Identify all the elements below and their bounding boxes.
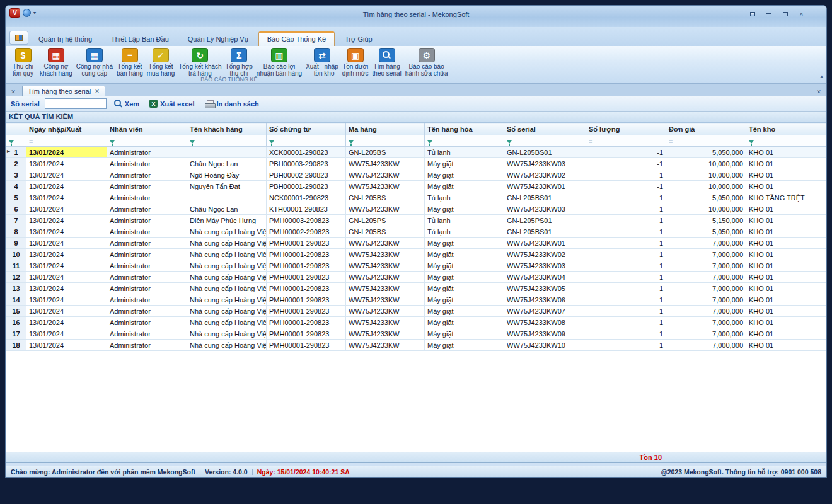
cell-date[interactable]: 13/01/2024 — [26, 249, 107, 260]
cell-qty[interactable]: 1 — [586, 203, 666, 215]
grid-row[interactable]: 713/01/2024AdministratorĐiện Máy Phúc Hư… — [6, 215, 827, 226]
cell-price[interactable]: 7,000,000 — [666, 340, 746, 351]
cell-employee[interactable]: Administrator — [107, 238, 187, 249]
grid-row[interactable]: 1313/01/2024AdministratorNhà cung cấp Ho… — [6, 283, 827, 294]
cell-item_code[interactable]: WW75J4233KW — [346, 317, 425, 328]
cell-rownum[interactable]: 10 — [6, 249, 26, 260]
menu-tab[interactable]: Thiết Lập Ban Đầu — [102, 32, 178, 46]
cell-warehouse[interactable]: KHO 01 — [746, 294, 827, 306]
cell-employee[interactable]: Administrator — [107, 226, 187, 238]
cell-item_name[interactable]: Máy giặt — [425, 340, 504, 351]
cell-price[interactable]: 5,050,000 — [666, 147, 746, 158]
cell-doc_no[interactable]: XCK00001-290823 — [267, 147, 346, 158]
cell-customer[interactable]: Nhà cung cấp Hoàng Việt — [187, 317, 267, 328]
cell-date[interactable]: 13/01/2024 — [26, 238, 107, 249]
filter-cell-item_name[interactable] — [425, 135, 504, 147]
cell-warehouse[interactable]: KHO 01 — [746, 238, 827, 249]
cell-employee[interactable]: Administrator — [107, 272, 187, 283]
cell-employee[interactable]: Administrator — [107, 158, 187, 169]
cell-warehouse[interactable]: KHO 01 — [746, 158, 827, 169]
cell-rownum[interactable]: 12 — [6, 272, 26, 283]
cell-qty[interactable]: 1 — [586, 306, 666, 317]
view-button[interactable]: Xem — [112, 99, 142, 108]
maximize-button[interactable] — [778, 9, 792, 19]
cell-rownum[interactable]: 8 — [6, 226, 26, 238]
cell-serial[interactable]: WW75J4233KW01 — [504, 238, 586, 249]
cell-doc_no[interactable]: NCK00001-290823 — [267, 192, 346, 203]
cell-item_code[interactable]: GN-L205BS — [346, 147, 425, 158]
cell-customer[interactable]: Nhà cung cấp Hoàng Việt — [187, 226, 267, 238]
filter-cell-price[interactable]: = — [666, 135, 746, 147]
filter-cell-warehouse[interactable] — [746, 135, 827, 147]
cell-employee[interactable]: Administrator — [107, 249, 187, 260]
cell-date[interactable]: 13/01/2024 — [26, 192, 107, 203]
cell-rownum[interactable]: 18 — [6, 340, 26, 351]
cell-warehouse[interactable]: KHO 01 — [746, 317, 827, 328]
grid-header-warehouse[interactable]: Tên kho — [746, 123, 827, 135]
cell-date[interactable]: 13/01/2024 — [26, 215, 107, 226]
cell-rownum[interactable]: 6 — [6, 203, 26, 215]
cell-date[interactable]: 13/01/2024 — [26, 147, 107, 158]
cell-price[interactable]: 7,000,000 — [666, 306, 746, 317]
cell-doc_no[interactable]: PBH00001-290823 — [267, 181, 346, 192]
filter-cell-rownum[interactable] — [6, 135, 26, 147]
cell-serial[interactable]: WW75J4233KW09 — [504, 328, 586, 340]
cell-price[interactable]: 10,000,000 — [666, 158, 746, 169]
cell-warehouse[interactable]: KHO 01 — [746, 260, 827, 272]
print-list-button[interactable]: In danh sách — [202, 100, 262, 108]
cell-date[interactable]: 13/01/2024 — [26, 181, 107, 192]
menu-tab[interactable]: Quản trị hệ thống — [30, 32, 101, 46]
cell-doc_no[interactable]: PMH00001-290823 — [267, 238, 346, 249]
cell-doc_no[interactable]: PMH00001-290823 — [267, 294, 346, 306]
cell-doc_no[interactable]: PMH00001-290823 — [267, 260, 346, 272]
cell-item_name[interactable]: Máy giặt — [425, 260, 504, 272]
grid-row[interactable]: 213/01/2024AdministratorChâu Ngọc LanPBH… — [6, 158, 827, 169]
cell-rownum[interactable]: 2 — [6, 158, 26, 169]
quick-access-dropdown-icon[interactable]: ▾ — [33, 10, 36, 16]
cell-date[interactable]: 13/01/2024 — [26, 294, 107, 306]
grid-row[interactable]: 1713/01/2024AdministratorNhà cung cấp Ho… — [6, 328, 827, 340]
cell-date[interactable]: 13/01/2024 — [26, 203, 107, 215]
cell-item_code[interactable]: WW75J4233KW — [346, 340, 425, 351]
grid-row[interactable]: 513/01/2024AdministratorNCK00001-290823G… — [6, 192, 827, 203]
grid-row[interactable]: 1813/01/2024AdministratorNhà cung cấp Ho… — [6, 340, 827, 351]
cell-serial[interactable]: GN-L205BS01 — [504, 226, 586, 238]
grid-row[interactable]: 313/01/2024AdministratorNgô Hoàng ĐầyPBH… — [6, 169, 827, 181]
cell-rownum[interactable]: 3 — [6, 169, 26, 181]
grid-header-item_name[interactable]: Tên hàng hóa — [425, 123, 504, 135]
cell-doc_no[interactable]: PMH00001-290823 — [267, 272, 346, 283]
cell-warehouse[interactable]: KHO 01 — [746, 272, 827, 283]
cell-item_code[interactable]: WW75J4233KW — [346, 283, 425, 294]
cell-rownum[interactable]: 14 — [6, 294, 26, 306]
cell-serial[interactable]: GN-L205BS01 — [504, 147, 586, 158]
cell-price[interactable]: 5,050,000 — [666, 192, 746, 203]
cell-item_name[interactable]: Máy giặt — [425, 328, 504, 340]
filter-cell-qty[interactable]: = — [586, 135, 666, 147]
cell-rownum[interactable]: 5 — [6, 192, 26, 203]
ribbon-button[interactable]: ✓Tổng kếtmua hàng — [145, 47, 176, 77]
grid-row[interactable]: 1413/01/2024AdministratorNhà cung cấp Ho… — [6, 294, 827, 306]
cell-warehouse[interactable]: KHO 01 — [746, 181, 827, 192]
cell-date[interactable]: 13/01/2024 — [26, 226, 107, 238]
cell-item_code[interactable]: WW75J4233KW — [346, 294, 425, 306]
cell-date[interactable]: 13/01/2024 — [26, 169, 107, 181]
cell-customer[interactable]: Châu Ngọc Lan — [187, 203, 267, 215]
cell-serial[interactable]: WW75J4233KW08 — [504, 317, 586, 328]
cell-item_name[interactable]: Máy giặt — [425, 158, 504, 169]
cell-qty[interactable]: 1 — [586, 340, 666, 351]
cell-serial[interactable]: WW75J4233KW03 — [504, 158, 586, 169]
grid-header-price[interactable]: Đơn giá — [666, 123, 746, 135]
cell-doc_no[interactable]: PMH00001-290823 — [267, 306, 346, 317]
grid-row[interactable]: ▸113/01/2024AdministratorXCK00001-290823… — [6, 147, 827, 158]
cell-item_code[interactable]: WW75J4233KW — [346, 260, 425, 272]
cell-item_code[interactable]: WW75J4233KW — [346, 306, 425, 317]
cell-price[interactable]: 7,000,000 — [666, 317, 746, 328]
cell-serial[interactable]: WW75J4233KW03 — [504, 260, 586, 272]
cell-item_name[interactable]: Máy giặt — [425, 249, 504, 260]
cell-rownum[interactable]: 9 — [6, 238, 26, 249]
cell-price[interactable]: 7,000,000 — [666, 249, 746, 260]
ribbon-button[interactable]: ≡Tổng kếtbán hàng — [115, 47, 145, 77]
cell-customer[interactable] — [187, 192, 267, 203]
cell-customer[interactable]: Nhà cung cấp Hoàng Việt — [187, 238, 267, 249]
close-button[interactable]: × — [794, 9, 809, 19]
